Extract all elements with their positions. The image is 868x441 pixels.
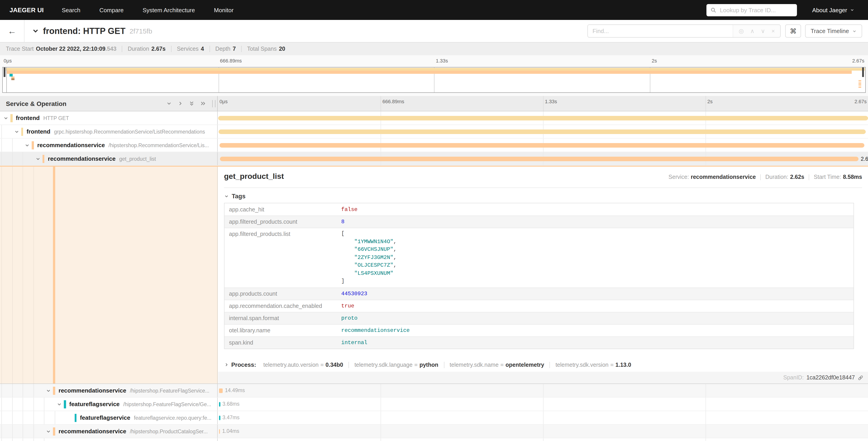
span-duration-bar[interactable]: [219, 129, 866, 134]
span-duration-bar[interactable]: [219, 388, 223, 393]
span-name-column: frontendgrpc.hipstershop.RecommendationS…: [0, 125, 218, 138]
trace-view-selector[interactable]: Trace Timeline: [805, 25, 862, 37]
tag-row[interactable]: app.filtered_products.count8: [224, 215, 854, 228]
trace-header-controls: ◎∧∨× ⌘ Trace Timeline: [588, 25, 862, 37]
span-row[interactable]: [0, 438, 868, 441]
tag-key: span.kind: [224, 340, 337, 346]
nav-item-compare[interactable]: Compare: [99, 7, 124, 13]
tag-row[interactable]: app.recommendation.cache_enabledtrue: [224, 299, 854, 312]
chevron-down-icon[interactable]: [35, 156, 41, 161]
ruler-gridline: [543, 96, 544, 111]
tag-value: 44530923: [337, 290, 367, 297]
span-color-bar: [53, 428, 55, 436]
span-row[interactable]: recommendationservice/hipstershop.Recomm…: [0, 139, 868, 152]
tree-guide-line: [33, 384, 34, 397]
trace-lookup-input[interactable]: [719, 6, 793, 14]
detail-meta-label: Duration:: [765, 174, 788, 180]
trace-view-selector-label: Trace Timeline: [810, 28, 849, 34]
nav-item-monitor[interactable]: Monitor: [214, 7, 234, 13]
chevron-down-icon[interactable]: [25, 143, 30, 148]
nav-item-system-architecture[interactable]: System Architecture: [143, 7, 195, 13]
chevron-down-icon[interactable]: [46, 429, 51, 434]
tag-row[interactable]: otel.library.namerecommendationservice: [224, 324, 854, 336]
about-jaeger-menu[interactable]: About Jaeger: [812, 6, 855, 13]
minimap-right-scrubber[interactable]: [862, 67, 864, 77]
clear-find-icon[interactable]: ×: [771, 28, 775, 34]
chevron-down-icon[interactable]: [14, 129, 19, 135]
tree-collapse-controls: [166, 100, 206, 107]
span-name: recommendationservice/hipstershop.Produc…: [59, 425, 217, 438]
chevron-down-icon[interactable]: [46, 388, 51, 393]
span-duration-bar[interactable]: [218, 116, 868, 120]
minimap-canvas[interactable]: [2, 67, 866, 93]
prev-match-icon[interactable]: ∧: [750, 28, 754, 34]
trace-title: frontend: HTTP GET: [43, 26, 126, 36]
detail-meta-label: Start Time:: [814, 174, 841, 180]
tag-key: otel.library.name: [224, 327, 337, 333]
span-duration-bar[interactable]: [219, 143, 864, 147]
collapse-all-icon[interactable]: [189, 100, 195, 107]
span-row[interactable]: featureflagservice/hipstershop.FeatureFl…: [0, 398, 868, 411]
span-detail-panel: get_product_list Service:recommendations…: [218, 167, 868, 383]
minimap-span-blip: [11, 78, 14, 80]
tag-row[interactable]: app.filtered_products.list[ "1YMWWN1N4O"…: [224, 228, 854, 287]
minimap-left-scrubber[interactable]: [4, 67, 5, 77]
service-operation-title: Service & Operation: [6, 100, 66, 107]
link-icon[interactable]: [858, 375, 864, 381]
chevron-down-icon[interactable]: [57, 402, 62, 407]
tag-row[interactable]: span.kindinternal: [224, 336, 854, 348]
trace-id-short: 2f715fb: [130, 27, 152, 35]
process-section[interactable]: Process: telemetry.auto.version=0.34b0te…: [224, 361, 637, 368]
service-name: featureflagservice: [69, 401, 120, 408]
tag-key: internal.span.format: [224, 315, 337, 321]
expand-one-icon[interactable]: [177, 100, 183, 107]
tags-section-toggle[interactable]: Tags: [224, 193, 246, 200]
span-row[interactable]: recommendationservice/hipstershop.Produc…: [0, 425, 868, 438]
json-string-value: "2ZYFJ3GM2N": [341, 254, 393, 261]
keyboard-shortcuts-button[interactable]: ⌘: [785, 25, 801, 37]
span-row-selected[interactable]: recommendationserviceget_product_list2.6…: [0, 152, 868, 166]
span-name-column: recommendationservice/hipstershop.Featur…: [0, 384, 218, 397]
tag-row[interactable]: app.products.count44530923: [224, 287, 854, 299]
expand-all-icon[interactable]: [200, 100, 206, 107]
span-detail-indent: [0, 167, 218, 383]
trace-lookup-box[interactable]: [706, 4, 797, 16]
summary-label: Trace Start: [6, 46, 34, 52]
span-color-bar: [10, 114, 12, 122]
find-input[interactable]: [588, 25, 733, 37]
timeline-gridline: [543, 384, 544, 397]
span-name-column: featureflagservicefeatureflagservice.rep…: [0, 411, 218, 424]
next-match-icon[interactable]: ∨: [761, 28, 765, 34]
match-focus-icon[interactable]: ◎: [739, 28, 744, 34]
nav-item-search[interactable]: Search: [62, 7, 80, 13]
json-string-value: "1YMWWN1N4O": [341, 238, 393, 245]
summary-value: October 22 2022, 22:10:09: [36, 46, 105, 52]
span-row[interactable]: frontendgrpc.hipstershop.RecommendationS…: [0, 125, 868, 139]
chevron-down-icon[interactable]: [3, 115, 9, 121]
app-logo[interactable]: JAEGER UI: [9, 6, 44, 13]
span-row[interactable]: featureflagservicefeatureflagservice.rep…: [0, 411, 868, 425]
time-tick-label: 1.33s: [545, 99, 557, 104]
span-duration-bar[interactable]: [219, 402, 220, 406]
tag-key: app.products.count: [224, 290, 337, 297]
tag-value: false: [337, 206, 358, 212]
tag-value: recommendationservice: [337, 327, 409, 333]
tag-row[interactable]: internal.span.formatproto: [224, 312, 854, 324]
span-row[interactable]: recommendationservice/hipstershop.Featur…: [0, 384, 868, 398]
span-name: recommendationservice/hipstershop.Recomm…: [37, 139, 217, 152]
span-duration-bar[interactable]: [219, 429, 220, 434]
collapse-trace-chevron-icon[interactable]: [32, 28, 39, 34]
span-name-column: frontendHTTP GET: [0, 111, 218, 124]
column-resize-handle[interactable]: [212, 100, 215, 107]
back-button[interactable]: ←: [0, 20, 25, 42]
span-color-bar: [42, 155, 44, 163]
tag-row[interactable]: app.cache_hitfalse: [224, 203, 854, 215]
span-duration-bar[interactable]: [220, 157, 859, 161]
span-timeline-cell: 2.62s: [218, 152, 868, 165]
span-row[interactable]: frontendHTTP GET: [0, 111, 868, 125]
tag-value: proto: [337, 315, 358, 321]
tree-guide-line: [23, 152, 23, 165]
detail-meta-value: 2.62s: [790, 174, 804, 180]
collapse-one-icon[interactable]: [166, 100, 172, 107]
span-duration-bar[interactable]: [219, 416, 220, 420]
